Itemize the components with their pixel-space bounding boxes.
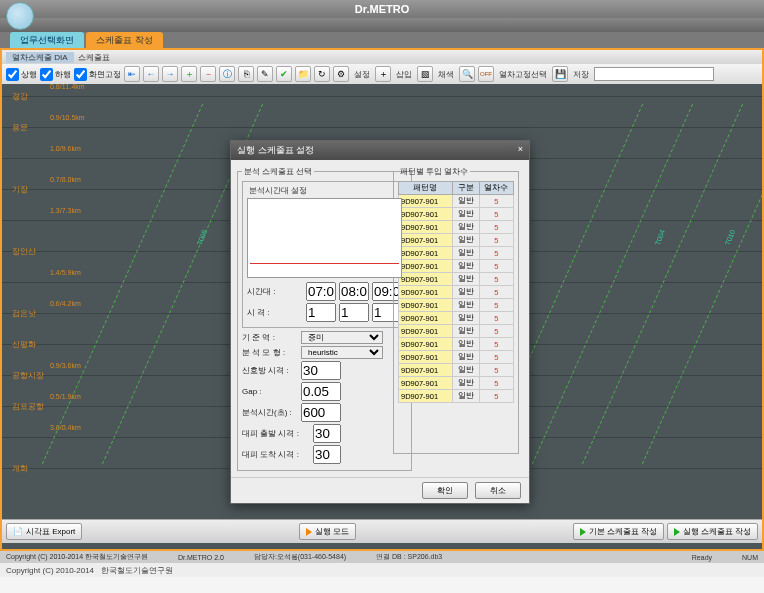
model-select[interactable]: heuristic: [301, 346, 383, 359]
info-icon[interactable]: ⓘ: [219, 66, 235, 82]
table-row[interactable]: 9D907-901일반5: [399, 325, 514, 338]
close-icon[interactable]: ×: [518, 144, 523, 157]
toolbar-input[interactable]: [594, 67, 714, 81]
off-icon[interactable]: OFF: [478, 66, 494, 82]
pattern-table[interactable]: 패턴명 구분 열차수 9D907-901일반59D907-901일반59D907…: [398, 181, 514, 403]
station-select[interactable]: 증미: [301, 331, 383, 344]
edit-icon[interactable]: ✎: [257, 66, 273, 82]
col-pattern: 패턴명: [399, 182, 453, 195]
km-label: 0.9/10.5km: [50, 114, 85, 121]
col-count: 열차수: [479, 182, 513, 195]
station-label: 검은낫: [12, 308, 36, 319]
table-row[interactable]: 9D907-901일반5: [399, 234, 514, 247]
gap-2-input[interactable]: [339, 303, 369, 322]
folder-icon[interactable]: 📁: [295, 66, 311, 82]
table-row[interactable]: 9D907-901일반5: [399, 221, 514, 234]
check-fix[interactable]: 화면고정: [74, 68, 121, 81]
insert-icon[interactable]: ＋: [375, 66, 391, 82]
time-2-input[interactable]: [339, 282, 369, 301]
station-label: 경강: [12, 91, 28, 102]
train-tag: T004: [654, 229, 666, 246]
refresh-icon[interactable]: ↻: [314, 66, 330, 82]
group-schedule-select: 분석 스케줄표 선택 분석시간대 설정 시간대 : 시 격 :: [237, 166, 412, 471]
table-row[interactable]: 9D907-901일반5: [399, 195, 514, 208]
table-row[interactable]: 9D907-901일반5: [399, 208, 514, 221]
table-row[interactable]: 9D907-901일반5: [399, 299, 514, 312]
sim-mode-button[interactable]: 실행 모드: [299, 523, 356, 540]
main-toolbar: 상행 하행 화면고정 ⇤ ← → ＋ － ⓘ ⎘ ✎ ✔ 📁 ↻ ⚙설정 ＋삽입…: [2, 64, 762, 84]
nav-next-icon[interactable]: →: [162, 66, 178, 82]
export-icon: 📄: [13, 527, 23, 536]
tab-schedule-create[interactable]: 스케줄표 작성: [86, 32, 163, 48]
km-label: 0.9/3.6km: [50, 362, 81, 369]
nav-prev-icon[interactable]: ←: [143, 66, 159, 82]
basic-schedule-button[interactable]: 기본 스케줄표 작성: [573, 523, 664, 540]
group-time-range: 분석시간대 설정 시간대 : 시 격 :: [242, 181, 407, 328]
remove-icon[interactable]: －: [200, 66, 216, 82]
arrow-icon: [580, 528, 586, 536]
gap-1-input[interactable]: [306, 303, 336, 322]
copy-icon[interactable]: ⎘: [238, 66, 254, 82]
km-label: 0.8/11.4km: [50, 84, 85, 90]
km-label: 0.7/8.0km: [50, 176, 81, 183]
table-row[interactable]: 9D907-901일반5: [399, 351, 514, 364]
add-icon[interactable]: ＋: [181, 66, 197, 82]
table-row[interactable]: 9D907-901일반5: [399, 286, 514, 299]
time-1-input[interactable]: [306, 282, 336, 301]
col-type: 구분: [452, 182, 479, 195]
train-tag: T010: [724, 229, 736, 246]
app-title: Dr.METRO: [355, 3, 409, 15]
status-bar-1: Copyright (C) 2010-2014 한국철도기술연구원 Dr.MET…: [0, 551, 764, 563]
check-up[interactable]: 상행: [6, 68, 37, 81]
ok-button[interactable]: 확인: [422, 482, 468, 499]
table-row[interactable]: 9D907-901일반5: [399, 390, 514, 403]
km-label: 1.0/9.6km: [50, 145, 81, 152]
gap-value-input[interactable]: [301, 382, 341, 401]
arrow-icon: [674, 528, 680, 536]
table-row[interactable]: 9D907-901일반5: [399, 260, 514, 273]
dialog-titlebar[interactable]: 실행 스케줄표 설정 ×: [231, 141, 529, 160]
station-label: 장안산: [12, 246, 36, 257]
station-label: 김포공항: [12, 401, 44, 412]
table-row[interactable]: 9D907-901일반5: [399, 338, 514, 351]
table-row[interactable]: 9D907-901일반5: [399, 273, 514, 286]
table-row[interactable]: 9D907-901일반5: [399, 377, 514, 390]
check-down[interactable]: 하행: [40, 68, 71, 81]
time-graph[interactable]: [247, 198, 402, 278]
sub-toolbar: 열차스케줄 DIA 스케줄표: [2, 50, 762, 64]
confirm-icon[interactable]: ✔: [276, 66, 292, 82]
cancel-button[interactable]: 취소: [475, 482, 521, 499]
gear-icon[interactable]: ⚙: [333, 66, 349, 82]
duration-input[interactable]: [301, 403, 341, 422]
table-row[interactable]: 9D907-901일반5: [399, 312, 514, 325]
nav-first-icon[interactable]: ⇤: [124, 66, 140, 82]
palette-icon[interactable]: ▧: [417, 66, 433, 82]
table-row[interactable]: 9D907-901일반5: [399, 247, 514, 260]
station-label: 신평화: [12, 339, 36, 350]
train-select-label: 열차고정선택: [497, 69, 549, 80]
save-icon[interactable]: 💾: [552, 66, 568, 82]
km-label: 3.6/0.4km: [50, 424, 81, 431]
subtab-schedule[interactable]: 스케줄표: [78, 52, 110, 63]
signal-input[interactable]: [301, 361, 341, 380]
tab-task-select[interactable]: 업무선택화면: [10, 32, 84, 48]
km-label: 1.3/7.3km: [50, 207, 81, 214]
km-label: 0.5/1.9km: [50, 393, 81, 400]
station-label: 용문: [12, 122, 28, 133]
run-schedule-button[interactable]: 실행 스케줄표 작성: [667, 523, 758, 540]
main-tabs: 업무선택화면 스케줄표 작성: [0, 32, 764, 48]
title-bar: Dr.METRO: [0, 0, 764, 18]
export-button[interactable]: 📄시각표 Export: [6, 523, 82, 540]
status-bar-2: Copyright (C) 2010-2014 한국철도기술연구원: [0, 563, 764, 577]
app-logo: [6, 2, 34, 30]
table-row[interactable]: 9D907-901일반5: [399, 364, 514, 377]
play-icon: [306, 528, 312, 536]
ribbon-strip: [0, 18, 764, 32]
settings-dialog: 실행 스케줄표 설정 × 분석 스케줄표 선택 분석시간대 설정 시간대 :: [230, 140, 530, 504]
subtab-dia[interactable]: 열차스케줄 DIA: [6, 52, 74, 63]
depart-gap-input[interactable]: [313, 424, 341, 443]
search-icon[interactable]: 🔍: [459, 66, 475, 82]
station-label: 공항시장: [12, 370, 44, 381]
dialog-title: 실행 스케줄표 설정: [237, 144, 314, 157]
arrive-gap-input[interactable]: [313, 445, 341, 464]
